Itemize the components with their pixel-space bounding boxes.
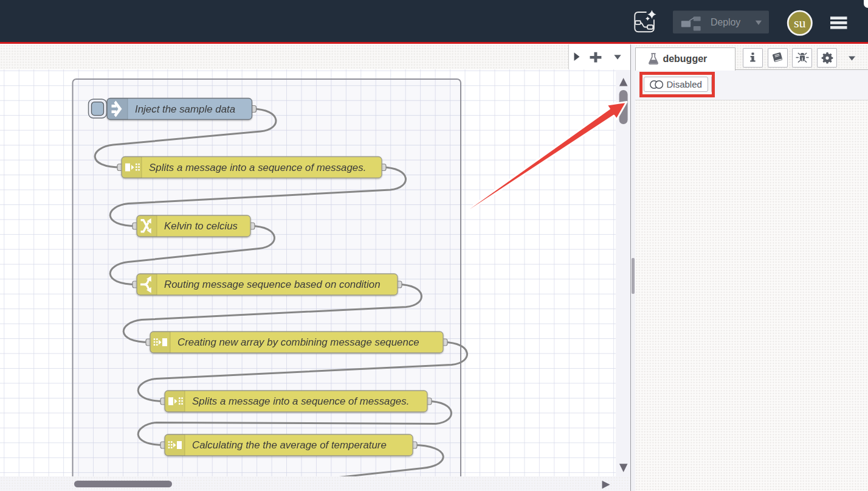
svg-text:Deploy: Deploy bbox=[711, 17, 740, 27]
svg-text:Splits a message into a sequen: Splits a message into a sequence of mess… bbox=[192, 395, 409, 407]
svg-text:Kelvin to celcius: Kelvin to celcius bbox=[164, 220, 238, 232]
svg-text:Creating new array by combinin: Creating new array by combining message … bbox=[177, 336, 419, 348]
svg-text:su: su bbox=[794, 15, 806, 30]
svg-text:Splits a message into a sequen: Splits a message into a sequence of mess… bbox=[149, 162, 366, 173]
svg-text:Inject the sample data: Inject the sample data bbox=[135, 103, 235, 115]
svg-text:Routing message sequence based: Routing message sequence based on condit… bbox=[164, 279, 381, 290]
svg-text:Calculating the the average of: Calculating the the average of temperatu… bbox=[192, 439, 387, 451]
